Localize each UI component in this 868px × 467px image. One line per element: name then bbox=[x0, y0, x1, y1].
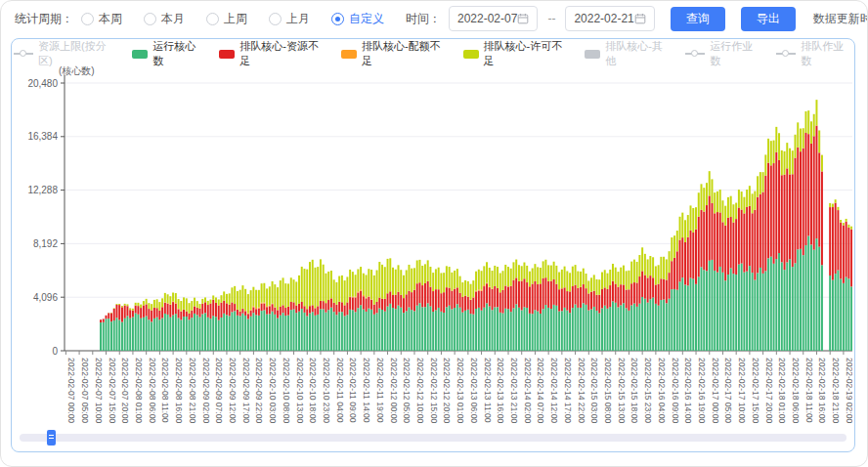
bar-segment[interactable] bbox=[789, 149, 791, 175]
bar-segment[interactable] bbox=[698, 217, 700, 277]
bar-segment[interactable] bbox=[360, 289, 362, 291]
bar-segment[interactable] bbox=[167, 315, 169, 351]
bar-segment[interactable] bbox=[306, 309, 308, 316]
bar-segment[interactable] bbox=[151, 304, 152, 310]
bar-segment[interactable] bbox=[617, 272, 619, 287]
bar-segment[interactable] bbox=[143, 305, 145, 317]
bar-segment[interactable] bbox=[156, 308, 158, 317]
bar-segment[interactable] bbox=[701, 210, 703, 268]
bar-segment[interactable] bbox=[502, 271, 504, 290]
bar-segment[interactable] bbox=[638, 276, 640, 304]
bar-segment[interactable] bbox=[569, 273, 571, 291]
bar-segment[interactable] bbox=[172, 316, 174, 351]
bar-segment[interactable] bbox=[800, 151, 802, 249]
bar-segment[interactable] bbox=[690, 278, 692, 351]
bar-segment[interactable] bbox=[129, 318, 131, 351]
bar-segment[interactable] bbox=[287, 307, 289, 316]
bar-segment[interactable] bbox=[735, 275, 737, 351]
bar-segment[interactable] bbox=[630, 283, 632, 305]
bar-segment[interactable] bbox=[132, 309, 134, 311]
bar-segment[interactable] bbox=[191, 301, 193, 311]
bar-segment[interactable] bbox=[620, 305, 622, 351]
bar-segment[interactable] bbox=[363, 295, 365, 296]
bar-segment[interactable] bbox=[735, 203, 737, 220]
export-button[interactable]: 导出 bbox=[741, 7, 796, 31]
bar-segment[interactable] bbox=[274, 308, 276, 315]
bar-segment[interactable] bbox=[596, 279, 598, 295]
bar-segment[interactable] bbox=[196, 301, 198, 308]
bar-segment[interactable] bbox=[312, 312, 314, 351]
bar-segment[interactable] bbox=[209, 318, 211, 351]
bar-segment[interactable] bbox=[773, 264, 775, 351]
bar-segment[interactable] bbox=[338, 276, 340, 302]
bar-segment[interactable] bbox=[421, 285, 423, 307]
bar-segment[interactable] bbox=[810, 121, 812, 144]
bar-segment[interactable] bbox=[121, 322, 123, 351]
bar-segment[interactable] bbox=[502, 290, 504, 314]
bar-segment[interactable] bbox=[784, 270, 786, 351]
bar-segment[interactable] bbox=[454, 308, 456, 351]
bar-segment[interactable] bbox=[492, 310, 494, 351]
bar-segment[interactable] bbox=[220, 295, 222, 303]
bar-segment[interactable] bbox=[327, 272, 329, 300]
bar-segment[interactable] bbox=[609, 270, 611, 285]
bar-segment[interactable] bbox=[606, 289, 608, 309]
bar-segment[interactable] bbox=[387, 307, 389, 351]
bar-segment[interactable] bbox=[392, 308, 394, 351]
bar-segment[interactable] bbox=[711, 260, 713, 351]
bar-segment[interactable] bbox=[135, 303, 137, 306]
bar-segment[interactable] bbox=[201, 304, 203, 315]
bar-segment[interactable] bbox=[489, 268, 491, 287]
bar-segment[interactable] bbox=[752, 193, 754, 213]
bar-segment[interactable] bbox=[681, 213, 683, 237]
bar-segment[interactable] bbox=[129, 308, 131, 310]
bar-segment[interactable] bbox=[504, 285, 506, 308]
bar-segment[interactable] bbox=[237, 310, 239, 316]
bar-segment[interactable] bbox=[349, 310, 351, 351]
bar-segment[interactable] bbox=[231, 302, 233, 312]
bar-segment[interactable] bbox=[604, 270, 606, 287]
bar-segment[interactable] bbox=[641, 271, 643, 297]
bar-segment[interactable] bbox=[593, 291, 595, 307]
bar-segment[interactable] bbox=[295, 313, 297, 351]
bar-segment[interactable] bbox=[486, 283, 488, 303]
bar-segment[interactable] bbox=[521, 310, 523, 351]
bar-segment[interactable] bbox=[561, 288, 563, 311]
bar-segment[interactable] bbox=[110, 313, 112, 321]
bar-segment[interactable] bbox=[492, 271, 494, 288]
bar-segment[interactable] bbox=[555, 284, 557, 306]
bar-segment[interactable] bbox=[494, 266, 496, 286]
bar-segment[interactable] bbox=[843, 283, 845, 351]
bar-segment[interactable] bbox=[344, 316, 346, 351]
bar-segment[interactable] bbox=[620, 284, 622, 305]
bar-segment[interactable] bbox=[523, 307, 525, 351]
bar-segment[interactable] bbox=[577, 308, 579, 351]
bar-segment[interactable] bbox=[146, 304, 148, 316]
bar-segment[interactable] bbox=[252, 307, 254, 313]
bar-segment[interactable] bbox=[795, 135, 797, 158]
bar-segment[interactable] bbox=[178, 299, 180, 309]
bar-segment[interactable] bbox=[360, 267, 362, 289]
bar-segment[interactable] bbox=[280, 307, 282, 316]
radio-icon[interactable] bbox=[81, 13, 94, 25]
bar-segment[interactable] bbox=[387, 293, 389, 306]
bar-segment[interactable] bbox=[534, 281, 536, 310]
bar-segment[interactable] bbox=[835, 274, 837, 351]
bar-segment[interactable] bbox=[435, 269, 437, 289]
bar-segment[interactable] bbox=[440, 293, 442, 312]
bar-segment[interactable] bbox=[325, 274, 326, 303]
bar-segment[interactable] bbox=[770, 257, 772, 351]
bar-segment[interactable] bbox=[518, 308, 520, 351]
period-radio-custom[interactable]: 自定义 bbox=[331, 11, 384, 27]
bar-segment[interactable] bbox=[628, 289, 629, 311]
bar-segment[interactable] bbox=[239, 317, 241, 351]
bar-segment[interactable] bbox=[730, 196, 732, 217]
bar-segment[interactable] bbox=[207, 318, 209, 351]
bar-segment[interactable] bbox=[695, 284, 697, 351]
bar-segment[interactable] bbox=[620, 268, 622, 285]
bar-segment[interactable] bbox=[711, 203, 713, 260]
bar-segment[interactable] bbox=[389, 291, 391, 304]
bar-segment[interactable] bbox=[743, 273, 745, 351]
bar-segment[interactable] bbox=[247, 319, 249, 351]
bar-segment[interactable] bbox=[199, 309, 201, 318]
